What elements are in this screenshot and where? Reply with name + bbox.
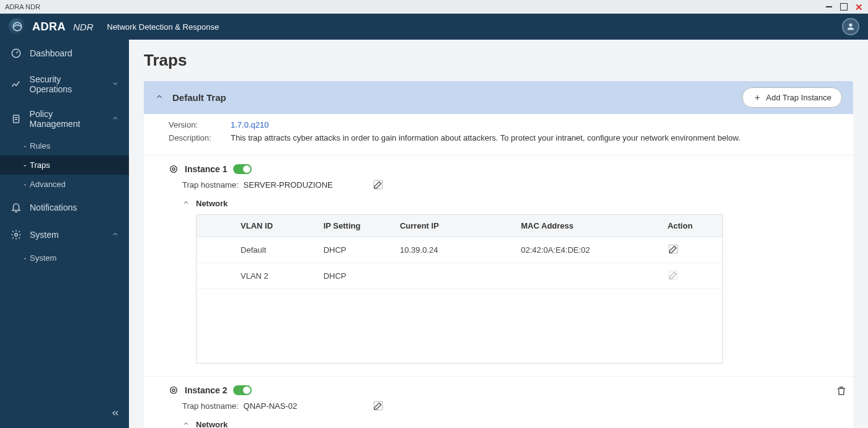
sidebar-collapse-button[interactable] xyxy=(110,408,120,421)
user-avatar-button[interactable] xyxy=(842,18,859,35)
delete-instance-button[interactable] xyxy=(836,385,847,396)
vlan-id-cell: VLAN 2 xyxy=(232,263,315,289)
hostname-label: Trap hostname: xyxy=(182,180,239,190)
svg-rect-8 xyxy=(669,245,678,253)
gear-icon xyxy=(10,229,22,241)
svg-rect-12 xyxy=(374,401,383,410)
svg-point-11 xyxy=(172,389,175,391)
svg-point-10 xyxy=(170,387,177,394)
target-icon xyxy=(169,385,179,395)
instance-enable-toggle[interactable] xyxy=(233,385,252,395)
sidebar: Dashboard Security Operations Policy Man… xyxy=(0,40,129,428)
sidebar-item-label: Policy Management xyxy=(30,109,104,129)
chart-icon xyxy=(10,78,22,90)
window-maximize-button[interactable] xyxy=(839,2,848,11)
sidebar-item-dashboard[interactable]: Dashboard xyxy=(0,40,129,67)
chevron-down-icon xyxy=(112,79,119,89)
mac-address-cell: 02:42:0A:E4:DE:02 xyxy=(512,237,658,263)
svg-point-1 xyxy=(849,24,852,27)
target-icon xyxy=(169,164,179,174)
svg-point-6 xyxy=(172,168,175,170)
clipboard-icon xyxy=(10,113,22,125)
ip-setting-cell: DHCP xyxy=(315,237,391,263)
collapse-trap-button[interactable] xyxy=(155,92,164,103)
current-ip-cell: 10.39.0.24 xyxy=(391,237,512,263)
network-section-toggle[interactable]: Network xyxy=(182,420,828,428)
brand-name: ADRA xyxy=(32,20,66,33)
edit-hostname-button[interactable] xyxy=(373,179,384,190)
sidebar-item-system[interactable]: System xyxy=(0,221,129,248)
edit-vlan-button[interactable] xyxy=(668,247,679,256)
trap-panel: Default Trap ＋ Add Trap Instance Version… xyxy=(144,81,853,428)
description-label: Description: xyxy=(169,133,231,142)
window-titlebar: ADRA NDR ✕ xyxy=(0,0,868,14)
sidebar-subitem-traps[interactable]: Traps xyxy=(0,155,129,175)
chevron-up-icon xyxy=(182,420,190,428)
svg-rect-7 xyxy=(374,180,383,189)
mac-address-cell xyxy=(512,263,658,289)
sidebar-subitem-system[interactable]: System xyxy=(0,248,129,268)
col-mac-header: MAC Address xyxy=(512,215,658,237)
sidebar-subitem-advanced[interactable]: Advanced xyxy=(0,175,129,194)
ip-setting-cell: DHCP xyxy=(315,263,391,289)
sidebar-item-label: Dashboard xyxy=(30,48,73,58)
sidebar-item-label: System xyxy=(30,230,59,240)
edit-vlan-button[interactable] xyxy=(668,273,679,282)
vlan-id-cell: Default xyxy=(232,237,315,263)
network-table: VLAN ID IP Setting Current IP MAC Addres… xyxy=(196,214,723,364)
app-logo-icon xyxy=(9,18,26,35)
svg-rect-9 xyxy=(669,271,678,279)
chevron-up-icon xyxy=(112,114,119,124)
network-section-label: Network xyxy=(196,199,228,208)
brand-tagline: Network Detection & Response xyxy=(107,22,219,32)
instance-block: Instance 1 Trap hostname: SERVER-PRODUZI… xyxy=(144,155,853,376)
app-header: ADRA NDR Network Detection & Response xyxy=(0,14,868,40)
trap-panel-header: Default Trap ＋ Add Trap Instance xyxy=(144,81,853,114)
add-trap-instance-button[interactable]: ＋ Add Trap Instance xyxy=(742,87,842,108)
current-ip-cell xyxy=(391,263,512,289)
sidebar-item-security-operations[interactable]: Security Operations xyxy=(0,67,129,102)
main-content: ➤ Traps Default Trap ＋ Add Trap Instance… xyxy=(129,40,868,428)
version-label: Version: xyxy=(169,120,231,129)
sidebar-item-notifications[interactable]: Notifications xyxy=(0,194,129,221)
instance-block: Instance 2 Trap hostname: QNAP-NAS-02 xyxy=(144,376,853,428)
brand-subname: NDR xyxy=(73,22,94,32)
hostname-label: Trap hostname: xyxy=(182,401,239,411)
plus-icon: ＋ xyxy=(753,92,762,103)
sidebar-subitem-rules[interactable]: Rules xyxy=(0,136,129,155)
version-value[interactable]: 1.7.0.q210 xyxy=(231,120,268,129)
trap-meta: Version: 1.7.0.q210 Description: This tr… xyxy=(144,114,853,155)
instance-name: Instance 2 xyxy=(185,385,227,395)
instance-enable-toggle[interactable] xyxy=(233,164,252,174)
col-ipsetting-header: IP Setting xyxy=(315,215,391,237)
network-section-toggle[interactable]: Network xyxy=(182,199,828,208)
col-action-header: Action xyxy=(659,215,723,237)
window-close-button[interactable]: ✕ xyxy=(854,2,863,11)
chevron-up-icon xyxy=(112,230,119,240)
sidebar-item-label: Security Operations xyxy=(30,74,104,94)
window-minimize-button[interactable] xyxy=(825,2,833,11)
dashboard-icon xyxy=(10,47,22,59)
svg-point-5 xyxy=(170,166,177,173)
trap-panel-title: Default Trap xyxy=(172,92,742,103)
edit-hostname-button[interactable] xyxy=(373,400,384,411)
svg-point-4 xyxy=(15,234,18,237)
hostname-value: SERVER-PRODUZIONE xyxy=(244,180,368,190)
sidebar-item-label: Notifications xyxy=(30,203,77,212)
bell-icon xyxy=(10,201,22,214)
table-row: VLAN 2 DHCP xyxy=(197,263,723,289)
network-section-label: Network xyxy=(196,420,228,428)
col-currentip-header: Current IP xyxy=(391,215,512,237)
hostname-value: QNAP-NAS-02 xyxy=(244,401,368,411)
col-vlan-header: VLAN ID xyxy=(232,215,315,237)
sidebar-item-policy-management[interactable]: Policy Management xyxy=(0,102,129,136)
add-trap-instance-label: Add Trap Instance xyxy=(766,93,831,102)
table-row: Default DHCP 10.39.0.24 02:42:0A:E4:DE:0… xyxy=(197,237,723,263)
chevron-up-icon xyxy=(182,199,190,208)
instance-name: Instance 1 xyxy=(185,164,227,174)
window-title: ADRA NDR xyxy=(5,3,40,11)
description-value: This trap attracts cyber attacks in orde… xyxy=(231,133,740,142)
page-title: Traps xyxy=(144,51,853,70)
